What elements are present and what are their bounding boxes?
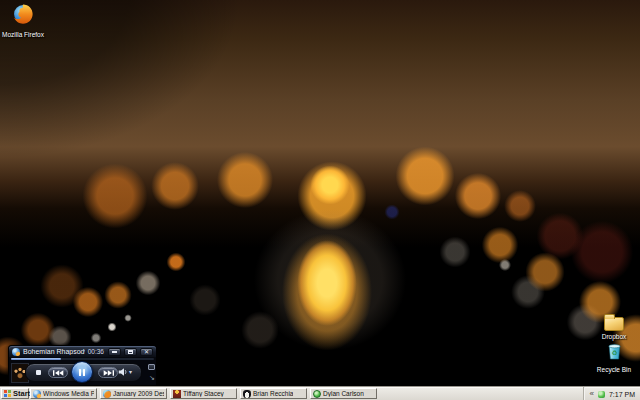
system-tray: « 7:17 PM [583,387,640,400]
close-button[interactable]: ✕ [140,348,153,356]
taskbar-button-windows-media-player[interactable]: Windows Media Player [30,388,97,399]
start-button[interactable]: Start [1,388,29,399]
taskbar-button-label: Windows Media Player [43,390,94,397]
desktop-icon-label: Mozilla Firefox [0,31,46,38]
taskbar-button-brian-recchia[interactable]: Brian Recchia [240,388,307,399]
minimize-button[interactable] [108,348,121,356]
player-track-title: Bohemian Rhapsody [23,348,85,355]
resize-handle[interactable]: ↘ [149,374,155,381]
pause-icon [83,369,85,376]
taskbar-button-label: Dylan Carlson [323,390,364,397]
wmp-app-icon [12,348,20,356]
firefox-icon [0,3,46,29]
previous-icon [53,370,64,376]
taskbar-button-label: Tiffany Stacey [183,390,224,397]
dropbox-tray-icon[interactable] [598,391,605,398]
taskbar-button-dylan-carlson[interactable]: Dylan Carlson [310,388,377,399]
recycle-bin-icon: ♻ [591,343,637,364]
player-elapsed-time: 00:36 [88,348,104,355]
firefox-icon [103,390,111,398]
desktop-icon-label: Recycle Bin [591,366,637,373]
taskbar-clock[interactable]: 7:17 PM [609,391,635,398]
seek-track [11,358,154,360]
player-seek-fill [11,358,61,360]
desktop-icon-recycle-bin[interactable]: ♻ Recycle Bin [591,343,637,373]
tray-overflow-chevron[interactable]: « [589,390,593,398]
buddy-icon [173,390,181,398]
folder-icon [604,317,624,331]
next-icon [103,370,114,376]
penguin-icon [243,390,251,398]
close-icon: ✕ [144,349,149,355]
player-controls: ▾ ↘ [9,361,156,386]
desktop-wallpaper [0,0,640,386]
taskbar-button-label: January 2009 Desktops -... [113,390,164,397]
player-titlebar[interactable]: Bohemian Rhapsody 00:36 ✕ [9,346,156,357]
stop-button[interactable] [36,370,41,375]
desktop-icon-label: Dropbox [591,333,637,340]
volume-button[interactable]: ▾ [118,368,132,376]
start-button-label: Start [13,389,30,398]
green-orb-icon [313,390,321,398]
desktop-icon-dropbox[interactable]: Dropbox [591,313,637,340]
pause-button[interactable] [71,361,93,383]
desktop-icon-firefox[interactable]: Mozilla Firefox [0,3,46,38]
next-button[interactable] [98,367,118,378]
speaker-icon [118,368,127,376]
wmp-icon [33,390,41,398]
taskbar-button-january-2009-desktops[interactable]: January 2009 Desktops -... [100,388,167,399]
restore-button[interactable] [124,348,137,356]
switch-to-full-mode-button[interactable] [148,364,155,370]
pause-icon [79,369,81,376]
media-player-window: Bohemian Rhapsody 00:36 ✕ [8,345,157,386]
taskbar: Start Windows Media Player January 2009 … [0,386,640,400]
minimize-icon [112,351,117,353]
restore-icon [128,350,133,354]
previous-button[interactable] [48,367,68,378]
taskbar-button-label: Brian Recchia [253,390,293,397]
windows-flag-icon [4,390,11,397]
taskbar-button-tiffany-stacey[interactable]: Tiffany Stacey [170,388,237,399]
chevron-down-icon: ▾ [129,369,132,375]
svg-text:♻: ♻ [611,349,617,356]
